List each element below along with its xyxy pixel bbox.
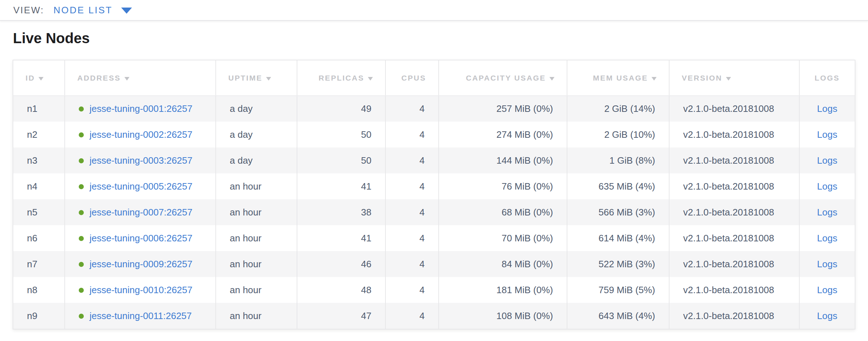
header-row: IDADDRESSUPTIMEREPLICASCPUSCAPACITY USAG… bbox=[13, 60, 855, 96]
caret-down-icon bbox=[121, 8, 132, 14]
logs-link[interactable]: Logs bbox=[817, 129, 837, 140]
view-bar: VIEW: NODE LIST bbox=[0, 0, 868, 21]
node-status-healthy-icon bbox=[79, 158, 84, 163]
column-header-uptime[interactable]: UPTIME bbox=[216, 60, 297, 96]
node-version-cell: v2.1.0-beta.20181008 bbox=[669, 225, 799, 251]
node-version-cell: v2.1.0-beta.20181008 bbox=[669, 303, 799, 329]
node-cpus-cell: 4 bbox=[385, 147, 439, 173]
logs-link[interactable]: Logs bbox=[817, 233, 837, 244]
node-uptime-cell: an hour bbox=[216, 173, 297, 199]
node-version-cell: v2.1.0-beta.20181008 bbox=[669, 173, 799, 199]
node-address-link[interactable]: jesse-tuning-0011:26257 bbox=[90, 310, 192, 321]
live-nodes-table: IDADDRESSUPTIMEREPLICASCPUSCAPACITY USAG… bbox=[13, 60, 855, 329]
sort-caret-icon bbox=[549, 77, 554, 81]
logs-link[interactable]: Logs bbox=[817, 103, 837, 114]
node-cpus-cell: 4 bbox=[385, 277, 439, 303]
node-replicas-cell: 48 bbox=[297, 277, 385, 303]
column-header-cpus: CPUS bbox=[385, 60, 439, 96]
view-dropdown[interactable]: NODE LIST bbox=[54, 5, 132, 16]
node-address-link[interactable]: jesse-tuning-0010:26257 bbox=[90, 285, 192, 295]
table-row: n1jesse-tuning-0001:26257a day494257 MiB… bbox=[13, 96, 855, 122]
logs-link[interactable]: Logs bbox=[817, 310, 837, 321]
node-replicas-cell: 38 bbox=[297, 199, 385, 225]
node-address-link[interactable]: jesse-tuning-0003:26257 bbox=[90, 155, 192, 166]
node-id-cell: n8 bbox=[13, 277, 65, 303]
node-version-cell: v2.1.0-beta.20181008 bbox=[669, 251, 799, 277]
table-row: n3jesse-tuning-0003:26257a day504144 MiB… bbox=[13, 147, 855, 173]
node-mem-cell: 1 GiB (8%) bbox=[567, 147, 669, 173]
node-address-link[interactable]: jesse-tuning-0007:26257 bbox=[90, 207, 192, 218]
node-replicas-cell: 46 bbox=[297, 251, 385, 277]
node-status-healthy-icon bbox=[79, 262, 84, 267]
column-header-label: MEM USAGE bbox=[593, 74, 648, 82]
column-header-address[interactable]: ADDRESS bbox=[65, 60, 216, 96]
logs-link[interactable]: Logs bbox=[817, 155, 837, 166]
view-label: VIEW: bbox=[13, 5, 44, 16]
node-capacity-cell: 257 MiB (0%) bbox=[439, 96, 567, 122]
table-row: n5jesse-tuning-0007:26257an hour38468 Mi… bbox=[13, 199, 855, 225]
page-title: Live Nodes bbox=[13, 29, 868, 47]
node-cpus-cell: 4 bbox=[385, 96, 439, 122]
node-logs-cell: Logs bbox=[799, 277, 855, 303]
table-row: n9jesse-tuning-0011:26257an hour474108 M… bbox=[13, 303, 855, 329]
node-address-link[interactable]: jesse-tuning-0009:26257 bbox=[90, 259, 192, 269]
node-cpus-cell: 4 bbox=[385, 199, 439, 225]
node-address-link[interactable]: jesse-tuning-0005:26257 bbox=[90, 181, 192, 192]
node-cpus-cell: 4 bbox=[385, 225, 439, 251]
table-row: n7jesse-tuning-0009:26257an hour46484 Mi… bbox=[13, 251, 855, 277]
node-id-cell: n9 bbox=[13, 303, 65, 329]
node-uptime-cell: an hour bbox=[216, 251, 297, 277]
node-capacity-cell: 84 MiB (0%) bbox=[439, 251, 567, 277]
node-version-cell: v2.1.0-beta.20181008 bbox=[669, 96, 799, 122]
column-header-label: ADDRESS bbox=[77, 74, 121, 82]
column-header-capacity[interactable]: CAPACITY USAGE bbox=[439, 60, 567, 96]
node-address-link[interactable]: jesse-tuning-0002:26257 bbox=[90, 129, 192, 140]
node-address-cell: jesse-tuning-0002:26257 bbox=[65, 122, 216, 147]
node-capacity-cell: 144 MiB (0%) bbox=[439, 147, 567, 173]
node-address-cell: jesse-tuning-0005:26257 bbox=[65, 173, 216, 199]
node-logs-cell: Logs bbox=[799, 96, 855, 122]
node-logs-cell: Logs bbox=[799, 225, 855, 251]
node-version-cell: v2.1.0-beta.20181008 bbox=[669, 199, 799, 225]
node-uptime-cell: an hour bbox=[216, 277, 297, 303]
column-header-mem[interactable]: MEM USAGE bbox=[567, 60, 669, 96]
node-status-healthy-icon bbox=[79, 132, 84, 137]
node-mem-cell: 2 GiB (14%) bbox=[567, 96, 669, 122]
node-capacity-cell: 70 MiB (0%) bbox=[439, 225, 567, 251]
node-uptime-cell: a day bbox=[216, 122, 297, 147]
node-id-cell: n6 bbox=[13, 225, 65, 251]
node-id-cell: n2 bbox=[13, 122, 65, 147]
node-address-link[interactable]: jesse-tuning-0001:26257 bbox=[90, 103, 192, 114]
column-header-replicas[interactable]: REPLICAS bbox=[297, 60, 385, 96]
column-header-label: CAPACITY USAGE bbox=[466, 74, 546, 82]
table-row: n6jesse-tuning-0006:26257an hour41470 Mi… bbox=[13, 225, 855, 251]
node-id-cell: n7 bbox=[13, 251, 65, 277]
node-address-cell: jesse-tuning-0001:26257 bbox=[65, 96, 216, 122]
logs-link[interactable]: Logs bbox=[817, 181, 837, 192]
node-status-healthy-icon bbox=[79, 314, 84, 319]
node-id-cell: n5 bbox=[13, 199, 65, 225]
column-header-label: UPTIME bbox=[228, 74, 262, 82]
node-mem-cell: 614 MiB (4%) bbox=[567, 225, 669, 251]
column-header-version[interactable]: VERSION bbox=[669, 60, 799, 96]
node-replicas-cell: 41 bbox=[297, 225, 385, 251]
logs-link[interactable]: Logs bbox=[817, 285, 837, 295]
node-status-healthy-icon bbox=[79, 288, 84, 293]
node-address-link[interactable]: jesse-tuning-0006:26257 bbox=[90, 233, 192, 244]
node-address-cell: jesse-tuning-0009:26257 bbox=[65, 251, 216, 277]
node-capacity-cell: 274 MiB (0%) bbox=[439, 122, 567, 147]
logs-link[interactable]: Logs bbox=[817, 207, 837, 218]
node-cpus-cell: 4 bbox=[385, 173, 439, 199]
node-cpus-cell: 4 bbox=[385, 251, 439, 277]
table-row: n8jesse-tuning-0010:26257an hour484181 M… bbox=[13, 277, 855, 303]
node-mem-cell: 759 MiB (5%) bbox=[567, 277, 669, 303]
column-header-label: LOGS bbox=[815, 74, 840, 82]
column-header-id[interactable]: ID bbox=[13, 60, 65, 96]
node-mem-cell: 566 MiB (3%) bbox=[567, 199, 669, 225]
node-logs-cell: Logs bbox=[799, 122, 855, 147]
sort-caret-icon bbox=[652, 77, 657, 81]
sort-caret-icon bbox=[726, 77, 731, 81]
node-uptime-cell: a day bbox=[216, 96, 297, 122]
node-id-cell: n3 bbox=[13, 147, 65, 173]
logs-link[interactable]: Logs bbox=[817, 259, 837, 269]
